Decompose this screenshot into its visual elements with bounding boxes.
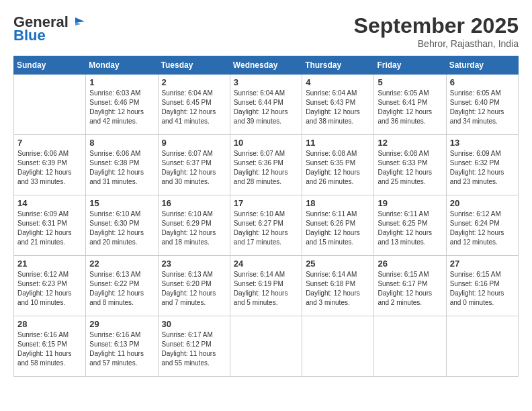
day-info: Sunrise: 6:06 AMSunset: 6:38 PMDaylight:… — [89, 149, 154, 187]
cell-w1-d3: 3Sunrise: 6:04 AMSunset: 6:44 PMDaylight… — [230, 75, 302, 135]
cell-w5-d5 — [374, 316, 446, 377]
day-number: 24 — [234, 259, 298, 269]
week-row-5: 28Sunrise: 6:16 AMSunset: 6:15 PMDayligh… — [14, 316, 519, 377]
day-number: 4 — [306, 77, 370, 87]
day-number: 11 — [306, 138, 370, 148]
cell-w1-d1: 1Sunrise: 6:03 AMSunset: 6:46 PMDaylight… — [86, 75, 158, 135]
cell-w3-d0: 14Sunrise: 6:09 AMSunset: 6:31 PMDayligh… — [14, 195, 86, 256]
week-row-1: 1Sunrise: 6:03 AMSunset: 6:46 PMDaylight… — [14, 75, 519, 135]
day-number: 14 — [17, 198, 82, 208]
cell-w2-d1: 8Sunrise: 6:06 AMSunset: 6:38 PMDaylight… — [86, 135, 158, 195]
day-info: Sunrise: 6:13 AMSunset: 6:22 PMDaylight:… — [89, 270, 154, 308]
cell-w4-d4: 25Sunrise: 6:14 AMSunset: 6:18 PMDayligh… — [302, 256, 374, 316]
cell-w1-d6: 6Sunrise: 6:05 AMSunset: 6:40 PMDaylight… — [446, 75, 518, 135]
day-info: Sunrise: 6:11 AMSunset: 6:26 PMDaylight:… — [306, 210, 370, 247]
cell-w5-d2: 30Sunrise: 6:17 AMSunset: 6:12 PMDayligh… — [158, 316, 230, 377]
day-info: Sunrise: 6:08 AMSunset: 6:35 PMDaylight:… — [306, 149, 370, 187]
cell-w3-d3: 17Sunrise: 6:10 AMSunset: 6:27 PMDayligh… — [230, 195, 302, 256]
day-number: 19 — [378, 198, 442, 208]
month-title: September 2025 — [354, 13, 519, 38]
day-number: 22 — [89, 259, 154, 269]
day-info: Sunrise: 6:05 AMSunset: 6:41 PMDaylight:… — [378, 89, 442, 126]
cell-w5-d6 — [446, 316, 518, 377]
cell-w4-d0: 21Sunrise: 6:12 AMSunset: 6:23 PMDayligh… — [14, 256, 86, 316]
cell-w3-d4: 18Sunrise: 6:11 AMSunset: 6:26 PMDayligh… — [302, 195, 374, 256]
day-info: Sunrise: 6:12 AMSunset: 6:23 PMDaylight:… — [17, 270, 82, 308]
cell-w2-d3: 10Sunrise: 6:07 AMSunset: 6:36 PMDayligh… — [230, 135, 302, 195]
cell-w1-d4: 4Sunrise: 6:04 AMSunset: 6:43 PMDaylight… — [302, 75, 374, 135]
header-monday: Monday — [86, 56, 158, 75]
day-info: Sunrise: 6:11 AMSunset: 6:25 PMDaylight:… — [378, 210, 442, 247]
cell-w1-d0 — [14, 75, 86, 135]
header-thursday: Thursday — [302, 56, 374, 75]
header-saturday: Saturday — [446, 56, 518, 75]
day-info: Sunrise: 6:04 AMSunset: 6:45 PMDaylight:… — [162, 89, 226, 126]
day-info: Sunrise: 6:14 AMSunset: 6:18 PMDaylight:… — [306, 270, 370, 308]
day-info: Sunrise: 6:16 AMSunset: 6:13 PMDaylight:… — [89, 330, 154, 368]
day-number: 20 — [450, 198, 515, 208]
day-info: Sunrise: 6:10 AMSunset: 6:29 PMDaylight:… — [162, 210, 226, 247]
header-tuesday: Tuesday — [158, 56, 230, 75]
location-subtitle: Behror, Rajasthan, India — [354, 38, 519, 49]
day-number: 27 — [450, 259, 515, 269]
day-number: 18 — [306, 198, 370, 208]
cell-w2-d5: 12Sunrise: 6:08 AMSunset: 6:33 PMDayligh… — [374, 135, 446, 195]
cell-w5-d4 — [302, 316, 374, 377]
day-info: Sunrise: 6:04 AMSunset: 6:43 PMDaylight:… — [306, 89, 370, 126]
day-info: Sunrise: 6:05 AMSunset: 6:40 PMDaylight:… — [450, 89, 515, 126]
day-number: 10 — [234, 138, 298, 148]
day-number: 21 — [17, 259, 82, 269]
calendar-table: Sunday Monday Tuesday Wednesday Thursday… — [13, 56, 519, 377]
page-header: General Blue September 2025 Behror, Raja… — [13, 13, 519, 49]
cell-w3-d6: 20Sunrise: 6:12 AMSunset: 6:24 PMDayligh… — [446, 195, 518, 256]
day-info: Sunrise: 6:15 AMSunset: 6:17 PMDaylight:… — [378, 270, 442, 308]
day-info: Sunrise: 6:06 AMSunset: 6:39 PMDaylight:… — [17, 149, 82, 187]
day-number: 2 — [162, 77, 226, 87]
svg-marker-0 — [75, 17, 85, 23]
day-number: 15 — [89, 198, 154, 208]
cell-w2-d6: 13Sunrise: 6:09 AMSunset: 6:32 PMDayligh… — [446, 135, 518, 195]
week-row-4: 21Sunrise: 6:12 AMSunset: 6:23 PMDayligh… — [14, 256, 519, 316]
day-number: 8 — [89, 138, 154, 148]
day-info: Sunrise: 6:17 AMSunset: 6:12 PMDaylight:… — [162, 330, 226, 368]
cell-w4-d5: 26Sunrise: 6:15 AMSunset: 6:17 PMDayligh… — [374, 256, 446, 316]
day-info: Sunrise: 6:10 AMSunset: 6:27 PMDaylight:… — [234, 210, 298, 247]
day-info: Sunrise: 6:07 AMSunset: 6:37 PMDaylight:… — [162, 149, 226, 187]
day-info: Sunrise: 6:07 AMSunset: 6:36 PMDaylight:… — [234, 149, 298, 187]
day-info: Sunrise: 6:04 AMSunset: 6:44 PMDaylight:… — [234, 89, 298, 126]
day-number: 23 — [162, 259, 226, 269]
day-info: Sunrise: 6:16 AMSunset: 6:15 PMDaylight:… — [17, 330, 82, 368]
day-number: 1 — [89, 77, 154, 87]
day-number: 12 — [378, 138, 442, 148]
header-sunday: Sunday — [14, 56, 86, 75]
day-info: Sunrise: 6:08 AMSunset: 6:33 PMDaylight:… — [378, 149, 442, 187]
day-number: 5 — [378, 77, 442, 87]
calendar-header-row: Sunday Monday Tuesday Wednesday Thursday… — [14, 56, 519, 75]
day-info: Sunrise: 6:03 AMSunset: 6:46 PMDaylight:… — [89, 89, 154, 126]
week-row-2: 7Sunrise: 6:06 AMSunset: 6:39 PMDaylight… — [14, 135, 519, 195]
day-number: 9 — [162, 138, 226, 148]
cell-w4-d1: 22Sunrise: 6:13 AMSunset: 6:22 PMDayligh… — [86, 256, 158, 316]
header-friday: Friday — [374, 56, 446, 75]
day-number: 13 — [450, 138, 515, 148]
day-number: 17 — [234, 198, 298, 208]
cell-w3-d1: 15Sunrise: 6:10 AMSunset: 6:30 PMDayligh… — [86, 195, 158, 256]
day-info: Sunrise: 6:12 AMSunset: 6:24 PMDaylight:… — [450, 210, 515, 247]
day-info: Sunrise: 6:09 AMSunset: 6:31 PMDaylight:… — [17, 210, 82, 247]
title-section: September 2025 Behror, Rajasthan, India — [354, 13, 519, 49]
cell-w1-d2: 2Sunrise: 6:04 AMSunset: 6:45 PMDaylight… — [158, 75, 230, 135]
header-wednesday: Wednesday — [230, 56, 302, 75]
cell-w4-d2: 23Sunrise: 6:13 AMSunset: 6:20 PMDayligh… — [158, 256, 230, 316]
day-number: 6 — [450, 77, 515, 87]
cell-w5-d0: 28Sunrise: 6:16 AMSunset: 6:15 PMDayligh… — [14, 316, 86, 377]
day-number: 28 — [17, 319, 82, 329]
cell-w2-d4: 11Sunrise: 6:08 AMSunset: 6:35 PMDayligh… — [302, 135, 374, 195]
logo: General Blue — [13, 13, 85, 44]
day-number: 26 — [378, 259, 442, 269]
cell-w1-d5: 5Sunrise: 6:05 AMSunset: 6:41 PMDaylight… — [374, 75, 446, 135]
day-number: 29 — [89, 319, 154, 329]
day-info: Sunrise: 6:09 AMSunset: 6:32 PMDaylight:… — [450, 149, 515, 187]
day-number: 7 — [17, 138, 82, 148]
cell-w2-d2: 9Sunrise: 6:07 AMSunset: 6:37 PMDaylight… — [158, 135, 230, 195]
day-number: 3 — [234, 77, 298, 87]
